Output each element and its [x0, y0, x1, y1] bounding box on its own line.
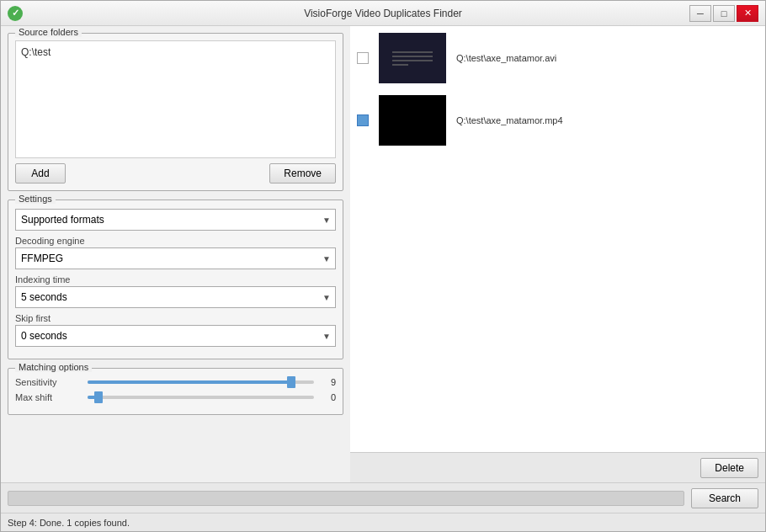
sensitivity-row: Sensitivity 9 — [15, 377, 336, 387]
decoding-engine-row: Decoding engine FFMPEG DirectShow ▼ — [15, 236, 336, 269]
video-checkbox-2[interactable] — [357, 114, 369, 126]
list-item: Q:\test — [19, 45, 332, 60]
right-wrapper: Q:\test\axe_matamor.avi Q:\test\axe_mata… — [350, 26, 765, 482]
video-thumbnail-1 — [379, 33, 446, 83]
matching-options-label: Matching options — [15, 362, 92, 372]
decoding-engine-label: Decoding engine — [15, 236, 336, 246]
max-shift-label: Max shift — [15, 392, 82, 402]
maximize-button[interactable]: □ — [713, 5, 735, 22]
max-shift-thumb[interactable] — [94, 391, 103, 403]
source-folders-group: Source folders Q:\test Add Remove — [8, 33, 343, 191]
indexing-time-select[interactable]: 1 seconds 3 seconds 5 seconds 10 seconds… — [15, 286, 336, 308]
window-title: VisioForge Video Duplicates Finder — [304, 8, 462, 19]
sensitivity-fill — [88, 380, 291, 384]
source-folder-buttons: Add Remove — [15, 163, 336, 184]
settings-label: Settings — [15, 194, 56, 204]
main-content: Source folders Q:\test Add Remove Settin… — [1, 26, 765, 482]
skip-first-select[interactable]: 0 seconds 5 seconds 10 seconds 30 second… — [15, 325, 336, 347]
progress-bar-container — [8, 491, 684, 506]
thumb-lines-1 — [392, 51, 433, 66]
max-shift-track — [88, 396, 314, 399]
indexing-time-row: Indexing time 1 seconds 3 seconds 5 seco… — [15, 274, 336, 308]
video-checkbox-1[interactable] — [357, 52, 369, 64]
video-thumb-image-2 — [379, 95, 446, 146]
sensitivity-thumb[interactable] — [287, 376, 295, 388]
right-action-bar: Delete — [350, 452, 765, 482]
sensitivity-track — [88, 380, 314, 384]
settings-group: Settings Supported formats All formats ▼… — [8, 200, 343, 359]
thumb-line — [392, 51, 433, 53]
source-folders-list: Q:\test — [15, 40, 336, 158]
minimize-button[interactable]: ─ — [689, 5, 711, 22]
app-icon: ✓ — [8, 6, 23, 21]
decoding-engine-wrapper: FFMPEG DirectShow ▼ — [15, 247, 336, 269]
source-folders-label: Source folders — [15, 27, 82, 37]
video-path-2: Q:\test\axe_matamor.mp4 — [456, 115, 563, 125]
decoding-engine-select[interactable]: FFMPEG DirectShow — [15, 247, 336, 269]
skip-first-wrapper: 0 seconds 5 seconds 10 seconds 30 second… — [15, 325, 336, 347]
remove-folder-button[interactable]: Remove — [269, 163, 336, 184]
search-button[interactable]: Search — [691, 488, 758, 508]
close-button[interactable]: ✕ — [737, 5, 758, 22]
thumb-line — [392, 64, 408, 66]
delete-button[interactable]: Delete — [700, 458, 758, 478]
title-bar-left: ✓ — [8, 6, 23, 21]
status-bar: Step 4: Done. 1 copies found. — [1, 513, 765, 531]
bottom-bar: Search — [1, 482, 765, 513]
skip-first-row: Skip first 0 seconds 5 seconds 10 second… — [15, 313, 336, 347]
sensitivity-value: 9 — [319, 377, 336, 387]
thumb-line — [392, 56, 433, 57]
video-path-1: Q:\test\axe_matamor.avi — [456, 53, 556, 63]
main-window: ✓ VisioForge Video Duplicates Finder ─ □… — [0, 0, 766, 532]
sensitivity-label: Sensitivity — [15, 377, 82, 387]
formats-select[interactable]: Supported formats All formats — [15, 209, 336, 231]
indexing-time-label: Indexing time — [15, 274, 336, 285]
indexing-time-wrapper: 1 seconds 3 seconds 5 seconds 10 seconds… — [15, 286, 336, 308]
formats-wrapper: Supported formats All formats ▼ — [15, 209, 336, 231]
title-bar: ✓ VisioForge Video Duplicates Finder ─ □… — [1, 1, 765, 26]
right-content: Q:\test\axe_matamor.avi Q:\test\axe_mata… — [350, 26, 765, 452]
add-folder-button[interactable]: Add — [15, 163, 66, 184]
matching-options-group: Matching options Sensitivity 9 Max shift — [8, 368, 343, 415]
video-thumb-image-1 — [379, 33, 446, 83]
window-controls: ─ □ ✕ — [689, 5, 758, 22]
formats-row: Supported formats All formats ▼ — [15, 209, 336, 231]
video-item-1: Q:\test\axe_matamor.avi — [357, 33, 758, 83]
status-text: Step 4: Done. 1 copies found. — [8, 518, 130, 528]
video-item-2: Q:\test\axe_matamor.mp4 — [357, 95, 758, 146]
video-thumbnail-2 — [379, 95, 446, 146]
max-shift-value: 0 — [319, 392, 336, 402]
max-shift-row: Max shift 0 — [15, 392, 336, 402]
left-panel: Source folders Q:\test Add Remove Settin… — [1, 26, 350, 482]
thumb-line — [392, 60, 433, 61]
skip-first-label: Skip first — [15, 313, 336, 323]
